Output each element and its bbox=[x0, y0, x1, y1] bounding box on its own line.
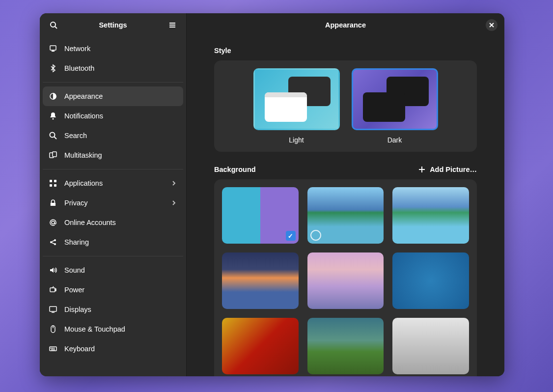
sidebar-item-multitasking[interactable]: Multitasking bbox=[43, 145, 183, 165]
svg-point-9 bbox=[50, 133, 55, 138]
sidebar-item-power[interactable]: Power bbox=[43, 280, 183, 300]
svg-line-21 bbox=[52, 241, 55, 242]
search-icon bbox=[50, 21, 57, 29]
sidebar-item-label: Appearance bbox=[64, 92, 103, 100]
menu-button[interactable] bbox=[166, 18, 179, 32]
search-icon bbox=[49, 131, 57, 140]
style-card: LightDark bbox=[214, 60, 477, 152]
search-button[interactable] bbox=[47, 18, 60, 32]
hamburger-icon bbox=[168, 21, 176, 29]
sidebar-item-label: Multitasking bbox=[64, 151, 102, 159]
sidebar-item-sound[interactable]: Sound bbox=[43, 260, 183, 280]
sidebar-title: Settings bbox=[60, 21, 166, 29]
sidebar-item-displays[interactable]: Displays bbox=[43, 300, 183, 319]
background-card bbox=[214, 179, 477, 376]
add-picture-label: Add Picture… bbox=[430, 166, 477, 173]
sidebar-item-search[interactable]: Search bbox=[43, 126, 183, 145]
chevron-right-icon bbox=[170, 180, 177, 187]
mouse-icon bbox=[49, 325, 57, 334]
window-preview-front bbox=[265, 92, 307, 122]
sidebar-item-mouse-touchpad[interactable]: Mouse & Touchpad bbox=[43, 319, 183, 339]
sidebar-item-label: Bluetooth bbox=[64, 64, 94, 72]
sidebar-item-bluetooth[interactable]: Bluetooth bbox=[43, 58, 183, 78]
svg-rect-25 bbox=[50, 307, 56, 311]
settings-window: Settings NetworkBluetoothAppearanceNotif… bbox=[40, 13, 504, 376]
multitasking-icon bbox=[49, 151, 57, 160]
style-option-dark[interactable]: Dark bbox=[352, 68, 438, 144]
background-thumb-7[interactable] bbox=[307, 318, 384, 374]
background-grid bbox=[222, 187, 469, 374]
background-thumb-6[interactable] bbox=[222, 318, 299, 374]
sidebar-item-keyboard[interactable]: Keyboard bbox=[43, 339, 183, 359]
sidebar-item-applications[interactable]: Applications bbox=[43, 173, 183, 193]
privacy-icon bbox=[49, 198, 57, 207]
style-option-light[interactable]: Light bbox=[253, 68, 340, 144]
style-thumb-dark bbox=[352, 68, 438, 130]
sidebar-header: Settings bbox=[40, 13, 186, 37]
sidebar-item-label: Search bbox=[64, 132, 87, 140]
close-button[interactable] bbox=[486, 19, 498, 31]
sidebar: Settings NetworkBluetoothAppearanceNotif… bbox=[40, 13, 187, 376]
svg-point-31 bbox=[53, 348, 53, 349]
at-icon bbox=[49, 218, 57, 227]
background-thumb-2[interactable] bbox=[392, 187, 469, 244]
display-icon bbox=[49, 305, 57, 314]
svg-rect-12 bbox=[53, 152, 56, 157]
sidebar-item-label: Sharing bbox=[64, 238, 89, 246]
sidebar-item-label: Online Accounts bbox=[64, 219, 116, 226]
sidebar-item-label: Privacy bbox=[64, 199, 88, 207]
add-picture-button[interactable]: Add Picture… bbox=[418, 166, 477, 173]
main-panel: Appearance Style LightDark Background Ad… bbox=[187, 13, 504, 376]
sidebar-item-label: Mouse & Touchpad bbox=[64, 325, 125, 333]
background-thumb-5[interactable] bbox=[392, 252, 469, 309]
svg-rect-14 bbox=[54, 180, 56, 182]
svg-rect-24 bbox=[55, 289, 56, 291]
svg-rect-6 bbox=[52, 51, 55, 52]
plus-icon bbox=[418, 166, 426, 173]
svg-rect-16 bbox=[54, 184, 56, 187]
apps-icon bbox=[49, 179, 57, 188]
sidebar-item-appearance[interactable]: Appearance bbox=[43, 86, 183, 106]
sidebar-item-label: Applications bbox=[64, 179, 103, 187]
svg-rect-5 bbox=[50, 46, 56, 50]
power-icon bbox=[49, 285, 57, 294]
network-icon bbox=[49, 44, 57, 53]
svg-point-32 bbox=[54, 348, 55, 349]
style-label: Dark bbox=[387, 136, 402, 144]
sound-icon bbox=[49, 266, 57, 275]
svg-line-1 bbox=[55, 27, 57, 28]
svg-point-30 bbox=[51, 348, 52, 349]
svg-rect-15 bbox=[50, 184, 52, 187]
background-thumb-3[interactable] bbox=[222, 252, 299, 309]
svg-line-10 bbox=[55, 137, 57, 140]
main-header: Appearance bbox=[187, 13, 504, 37]
sidebar-separator bbox=[43, 169, 183, 169]
background-thumb-4[interactable] bbox=[307, 252, 384, 309]
keyboard-icon bbox=[49, 344, 57, 353]
style-options: LightDark bbox=[222, 68, 469, 144]
background-thumb-1[interactable] bbox=[307, 187, 384, 244]
sidebar-item-sharing[interactable]: Sharing bbox=[43, 232, 183, 252]
svg-point-20 bbox=[54, 243, 56, 245]
main-content: Style LightDark Background Add Picture… bbox=[187, 37, 504, 376]
svg-rect-23 bbox=[50, 288, 55, 292]
svg-point-8 bbox=[53, 118, 54, 120]
sidebar-item-privacy[interactable]: Privacy bbox=[43, 193, 183, 213]
sidebar-item-online-accounts[interactable]: Online Accounts bbox=[43, 213, 183, 232]
bluetooth-icon bbox=[49, 64, 57, 73]
sidebar-item-notifications[interactable]: Notifications bbox=[43, 106, 183, 126]
sidebar-separator bbox=[43, 82, 183, 83]
style-label: Light bbox=[289, 136, 304, 144]
sidebar-item-label: Sound bbox=[64, 266, 85, 274]
svg-point-0 bbox=[51, 22, 55, 27]
background-section-header: Background Add Picture… bbox=[214, 166, 477, 173]
background-thumb-0[interactable] bbox=[222, 187, 299, 244]
appearance-icon bbox=[49, 92, 57, 101]
sidebar-separator bbox=[43, 256, 183, 256]
bell-icon bbox=[49, 112, 57, 120]
style-thumb-light bbox=[253, 68, 340, 130]
sidebar-item-label: Network bbox=[64, 45, 90, 53]
sidebar-item-network[interactable]: Network bbox=[43, 39, 183, 58]
background-thumb-8[interactable] bbox=[392, 318, 469, 374]
share-icon bbox=[49, 238, 57, 247]
